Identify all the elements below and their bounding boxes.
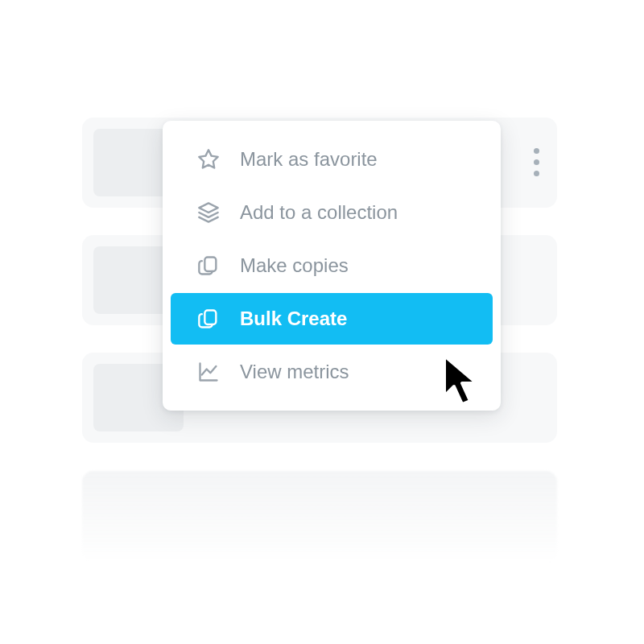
menu-item-metrics[interactable]: View metrics: [171, 346, 493, 398]
menu-item-label: Add to a collection: [240, 201, 467, 224]
svg-rect-2: [204, 258, 216, 272]
kebab-icon[interactable]: [534, 148, 539, 176]
chart-icon: [196, 360, 221, 384]
menu-item-label: Make copies: [240, 254, 467, 277]
menu-item-label: Mark as favorite: [240, 148, 467, 171]
menu-item-label: View metrics: [240, 361, 467, 383]
menu-item-collection[interactable]: Add to a collection: [171, 187, 493, 238]
copy-icon: [196, 254, 221, 278]
menu-item-bulk-create[interactable]: Bulk Create: [171, 293, 493, 345]
svg-marker-1: [199, 203, 217, 213]
svg-rect-3: [204, 311, 216, 325]
menu-item-label: Bulk Create: [240, 308, 467, 330]
menu-item-favorite[interactable]: Mark as favorite: [171, 134, 493, 185]
menu-item-copies[interactable]: Make copies: [171, 240, 493, 291]
star-icon: [196, 147, 221, 171]
context-menu: Mark as favorite Add to a collection Mak…: [163, 121, 501, 411]
layers-icon: [196, 200, 221, 225]
copy-icon: [196, 307, 221, 331]
reflection: [82, 471, 557, 563]
svg-marker-0: [199, 150, 217, 167]
